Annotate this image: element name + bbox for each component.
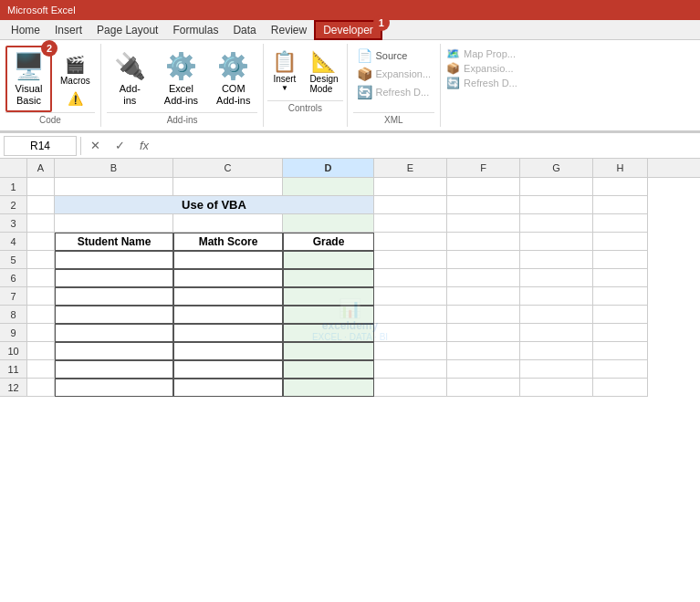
cell-a9[interactable]	[27, 324, 55, 342]
cell-f2[interactable]	[447, 196, 520, 214]
cell-f1[interactable]	[447, 178, 520, 196]
cell-e11[interactable]	[374, 360, 447, 379]
cell-d7[interactable]	[283, 287, 374, 306]
cell-c5[interactable]	[173, 251, 283, 269]
cell-d11[interactable]	[283, 360, 374, 379]
menu-page-layout[interactable]: Page Layout	[89, 22, 165, 38]
col-header-a[interactable]: A	[27, 159, 55, 177]
cell-h2[interactable]	[593, 196, 648, 214]
cell-f3[interactable]	[447, 214, 520, 233]
cell-math-score[interactable]: Math Score	[173, 233, 283, 251]
cell-f6[interactable]	[447, 269, 520, 287]
cell-a3[interactable]	[27, 214, 55, 233]
excel-addins-button[interactable]: ⚙️ ExcelAdd-ins	[157, 46, 205, 112]
cell-b8[interactable]	[55, 306, 173, 324]
cell-h6[interactable]	[593, 269, 648, 287]
cell-f12[interactable]	[447, 379, 520, 397]
cell-g11[interactable]	[520, 360, 593, 379]
cell-a8[interactable]	[27, 306, 55, 324]
macros-button[interactable]: 🎬 Macros	[56, 52, 95, 89]
confirm-formula-btn[interactable]: ✓	[110, 137, 131, 154]
cell-f10[interactable]	[447, 342, 520, 360]
source-button[interactable]: 📄 Source	[353, 47, 435, 64]
cell-d5[interactable]	[283, 251, 374, 269]
cell-h5[interactable]	[593, 251, 648, 269]
cell-g5[interactable]	[520, 251, 593, 269]
cell-h12[interactable]	[593, 379, 648, 397]
cell-g3[interactable]	[520, 214, 593, 233]
cell-g12[interactable]	[520, 379, 593, 397]
menu-data[interactable]: Data	[225, 22, 263, 38]
cell-g1[interactable]	[520, 178, 593, 196]
cell-a7[interactable]	[27, 287, 55, 306]
cell-h7[interactable]	[593, 287, 648, 306]
cell-d10[interactable]	[283, 342, 374, 360]
formula-input[interactable]	[158, 136, 696, 156]
col-header-f[interactable]: F	[447, 159, 520, 177]
cell-c9[interactable]	[173, 324, 283, 342]
cell-e4[interactable]	[374, 233, 447, 251]
insert-function-btn[interactable]: fx	[134, 137, 154, 154]
cell-g2[interactable]	[520, 196, 593, 214]
cancel-formula-btn[interactable]: ✕	[85, 137, 106, 154]
menu-insert[interactable]: Insert	[47, 22, 89, 38]
addins-button[interactable]: 🔌 Add-ins	[107, 46, 153, 112]
cell-e8[interactable]	[374, 306, 447, 324]
cell-h4[interactable]	[593, 233, 648, 251]
cell-c3[interactable]	[173, 214, 283, 233]
cell-e10[interactable]	[374, 342, 447, 360]
cell-b12[interactable]	[55, 379, 173, 397]
cell-g4[interactable]	[520, 233, 593, 251]
cell-c11[interactable]	[173, 360, 283, 379]
col-header-g[interactable]: G	[520, 159, 593, 177]
design-mode-button[interactable]: 📐 DesignMode	[305, 46, 342, 99]
cell-g8[interactable]	[520, 306, 593, 324]
cell-f8[interactable]	[447, 306, 520, 324]
cell-c7[interactable]	[173, 287, 283, 306]
cell-b11[interactable]	[55, 360, 173, 379]
cell-b3[interactable]	[55, 214, 173, 233]
cell-g10[interactable]	[520, 342, 593, 360]
col-header-b[interactable]: B	[55, 159, 173, 177]
cell-e6[interactable]	[374, 269, 447, 287]
menu-formulas[interactable]: Formulas	[165, 22, 225, 38]
cell-d12[interactable]	[283, 379, 374, 397]
refresh-data-button[interactable]: 🔄 Refresh D...	[353, 84, 435, 100]
cell-b10[interactable]	[55, 342, 173, 360]
cell-h1[interactable]	[593, 178, 648, 196]
cell-f5[interactable]	[447, 251, 520, 269]
cell-h9[interactable]	[593, 324, 648, 342]
com-addins-button[interactable]: ⚙️ COMAdd-ins	[209, 46, 257, 112]
cell-d9[interactable]	[283, 324, 374, 342]
cell-c10[interactable]	[173, 342, 283, 360]
cell-c6[interactable]	[173, 269, 283, 287]
cell-e7[interactable]	[374, 287, 447, 306]
cell-e2[interactable]	[374, 196, 447, 214]
cell-a4[interactable]	[27, 233, 55, 251]
cell-g9[interactable]	[520, 324, 593, 342]
cell-d1[interactable]	[283, 178, 374, 196]
cell-g6[interactable]	[520, 269, 593, 287]
cell-student-name[interactable]: Student Name	[55, 233, 173, 251]
menu-developer[interactable]: Developer 1	[314, 20, 382, 40]
cell-f11[interactable]	[447, 360, 520, 379]
cell-e1[interactable]	[374, 178, 447, 196]
cell-e12[interactable]	[374, 379, 447, 397]
cell-d6[interactable]	[283, 269, 374, 287]
cell-c8[interactable]	[173, 306, 283, 324]
cell-h11[interactable]	[593, 360, 648, 379]
name-box[interactable]	[4, 136, 77, 156]
cell-b5[interactable]	[55, 251, 173, 269]
cell-b1[interactable]	[55, 178, 173, 196]
insert-button[interactable]: 📋 Insert ▼	[267, 46, 301, 97]
cell-b6[interactable]	[55, 269, 173, 287]
cell-h8[interactable]	[593, 306, 648, 324]
cell-e5[interactable]	[374, 251, 447, 269]
menu-review[interactable]: Review	[264, 22, 314, 38]
cell-a2[interactable]	[27, 196, 55, 214]
cell-c1[interactable]	[173, 178, 283, 196]
cell-e9[interactable]	[374, 324, 447, 342]
cell-b9[interactable]	[55, 324, 173, 342]
col-header-h[interactable]: H	[593, 159, 648, 177]
col-header-e[interactable]: E	[374, 159, 447, 177]
